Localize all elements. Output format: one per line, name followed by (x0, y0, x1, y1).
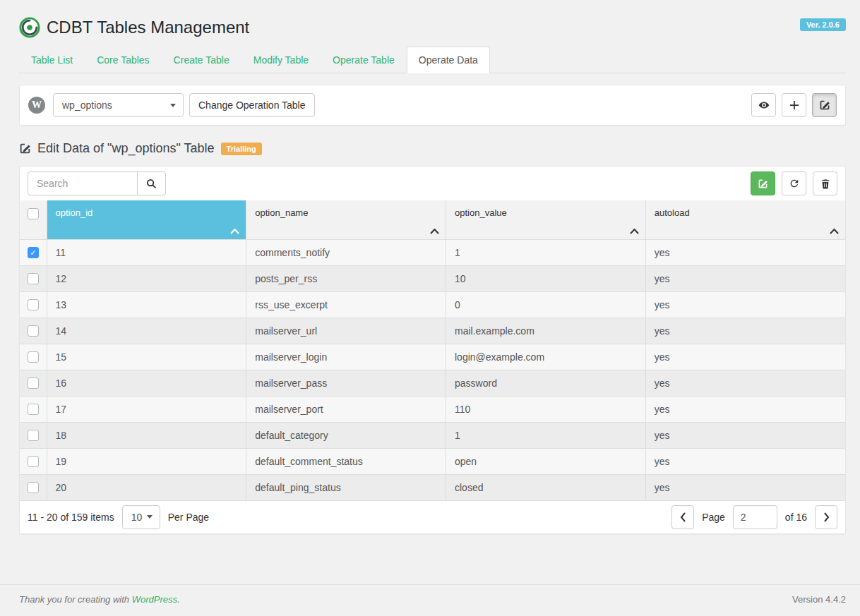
trial-badge: Trialling (221, 143, 262, 155)
column-header-option-value[interactable]: option_value (446, 200, 646, 239)
per-page-label: Per Page (168, 512, 209, 523)
table-row: ✓ 20 default_ping_status closed yes (20, 474, 845, 500)
row-checkbox[interactable]: ✓ (28, 299, 39, 310)
row-select-cell: ✓ (20, 344, 47, 370)
change-operation-table-button[interactable]: Change Operation Table (189, 93, 315, 117)
row-select-cell: ✓ (20, 422, 47, 448)
cell-autoload: yes (645, 291, 845, 318)
cell-autoload: yes (645, 370, 845, 396)
delete-button[interactable] (813, 171, 837, 195)
chevron-up-icon (830, 229, 839, 234)
per-page-value: 10 (131, 512, 143, 523)
tab-operate-data[interactable]: Operate Data (407, 47, 490, 73)
cell-autoload: yes (645, 396, 845, 422)
wordpress-link[interactable]: WordPress (132, 594, 177, 605)
edit-mode-button[interactable] (751, 171, 775, 195)
row-checkbox[interactable]: ✓ (28, 325, 39, 337)
row-select-cell: ✓ (20, 396, 47, 422)
cell-option-name: mailserver_pass (246, 370, 446, 396)
cell-option-id: 11 (47, 239, 246, 265)
tab-operate-table[interactable]: Operate Table (321, 47, 407, 73)
per-page-select[interactable]: 10 (122, 505, 160, 529)
row-checkbox[interactable]: ✓ (28, 247, 39, 258)
view-data-button[interactable] (751, 93, 776, 117)
tab-modify-table[interactable]: Modify Table (241, 47, 321, 73)
plus-icon (789, 100, 799, 110)
cell-option-value: open (446, 448, 646, 474)
tab-core-tables[interactable]: Core Tables (85, 47, 161, 73)
cell-autoload: yes (645, 239, 845, 265)
grid-actions (751, 171, 837, 195)
table-row: ✓ 16 mailserver_pass password yes (20, 370, 845, 396)
refresh-icon (789, 178, 800, 189)
magnifier-icon (146, 179, 157, 189)
cell-option-value: 1 (446, 239, 646, 265)
tab-create-table[interactable]: Create Table (162, 47, 241, 73)
page-label: Page (702, 512, 725, 523)
cell-option-id: 13 (47, 291, 246, 318)
page: CDBT Tables Management Ver. 2.0.6 Table … (0, 0, 860, 616)
wordpress-logo-icon: W (28, 97, 45, 114)
cell-option-id: 18 (47, 422, 246, 448)
column-header-autoload[interactable]: autoload (645, 200, 845, 239)
pencil-square-icon (19, 143, 31, 155)
operation-toolbar: W wp_options Change Operation Table (19, 85, 846, 126)
row-checkbox[interactable]: ✓ (28, 482, 39, 493)
pagination-bar: 11 - 20 of 159 items 10 Per Page Page of… (20, 501, 845, 533)
trash-icon (820, 179, 830, 189)
page-footer: Thank you for creating with WordPress. V… (0, 584, 860, 616)
cell-autoload: yes (645, 265, 845, 291)
cell-option-name: rss_use_excerpt (246, 291, 446, 318)
insert-data-button[interactable] (782, 93, 806, 117)
row-select-cell: ✓ (20, 265, 47, 291)
cdbt-logo-icon (19, 17, 40, 38)
prev-page-button[interactable] (671, 505, 694, 529)
version-badge: Ver. 2.0.6 (800, 18, 846, 31)
cell-option-value: 110 (446, 396, 646, 422)
table-select[interactable]: wp_options (53, 93, 184, 117)
toolbar-actions (751, 93, 837, 117)
cell-option-name: mailserver_login (246, 344, 446, 370)
table-row: ✓ 19 default_comment_status open yes (20, 448, 845, 474)
app-header: CDBT Tables Management Ver. 2.0.6 (19, 17, 846, 38)
table-row: ✓ 12 posts_per_rss 10 yes (20, 265, 845, 291)
tab-table-list[interactable]: Table List (19, 47, 85, 73)
row-checkbox[interactable]: ✓ (28, 456, 39, 467)
select-all-checkbox[interactable]: ✓ (28, 208, 39, 219)
total-pages: of 16 (785, 512, 807, 523)
table-select-value: wp_options (62, 99, 112, 111)
chevron-up-icon (230, 229, 239, 234)
search-input[interactable] (28, 171, 138, 195)
chevron-left-icon (680, 512, 686, 522)
column-header-option-id[interactable]: option_id (47, 200, 246, 239)
select-all-header-cell: ✓ (20, 200, 47, 239)
table-row: ✓ 18 default_category 1 yes (20, 422, 845, 448)
search-group (28, 171, 166, 195)
row-checkbox[interactable]: ✓ (28, 273, 39, 284)
page-number-input[interactable] (733, 505, 777, 529)
chevron-right-icon (823, 512, 830, 522)
cell-option-value: login@example.com (446, 344, 646, 370)
refresh-button[interactable] (782, 171, 806, 195)
cell-autoload: yes (645, 318, 845, 344)
items-summary: 11 - 20 of 159 items (28, 512, 114, 523)
cell-option-name: default_comment_status (246, 448, 446, 474)
tab-bar: Table List Core Tables Create Table Modi… (19, 47, 846, 73)
cell-autoload: yes (645, 448, 845, 474)
cell-autoload: yes (645, 474, 845, 500)
pager: Page of 16 (671, 505, 837, 529)
search-button[interactable] (137, 171, 166, 195)
row-checkbox[interactable]: ✓ (28, 351, 39, 363)
row-checkbox[interactable]: ✓ (28, 404, 39, 415)
footer-version: Version 4.4.2 (792, 594, 846, 605)
table-row: ✓ 11 comments_notify 1 yes (20, 239, 845, 265)
cell-option-value: mail.example.com (446, 318, 646, 344)
row-checkbox[interactable]: ✓ (28, 430, 39, 441)
section-title: Edit Data of "wp_options" Table (37, 141, 215, 156)
table-row: ✓ 13 rss_use_excerpt 0 yes (20, 291, 845, 318)
next-page-button[interactable] (815, 505, 837, 529)
edit-data-button[interactable] (812, 93, 837, 117)
column-header-option-name[interactable]: option_name (246, 200, 446, 239)
row-checkbox[interactable]: ✓ (28, 378, 39, 389)
cell-option-id: 17 (47, 396, 246, 422)
